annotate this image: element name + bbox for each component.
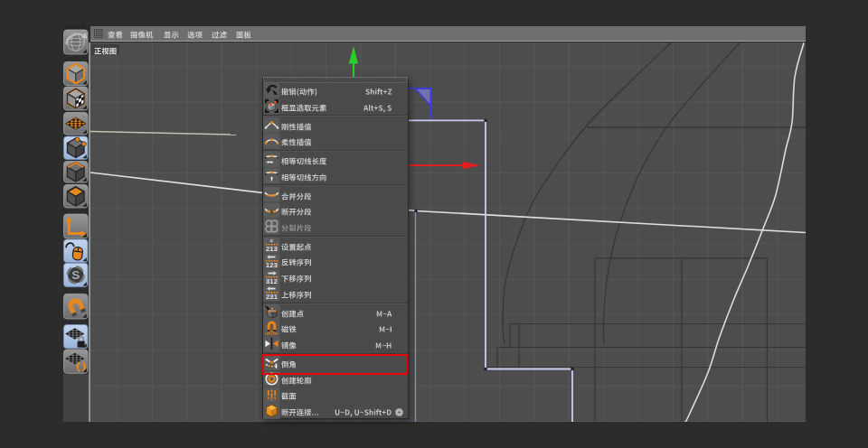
svg-text:c: c — [270, 238, 274, 243]
svg-text:312: 312 — [266, 277, 278, 285]
svg-text:S: S — [71, 268, 80, 282]
svg-text:231: 231 — [266, 294, 278, 302]
svg-text:213: 213 — [266, 245, 278, 253]
svg-text:123: 123 — [266, 261, 278, 269]
